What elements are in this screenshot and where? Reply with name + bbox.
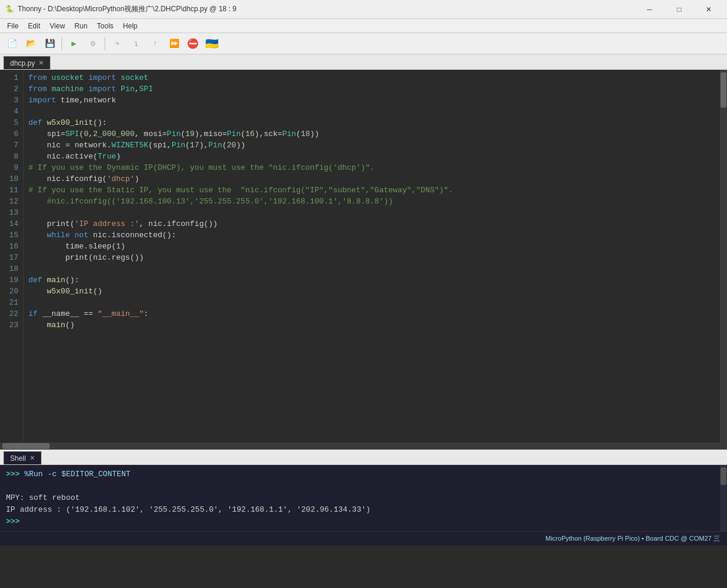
shell-line-active: >>>	[6, 516, 721, 528]
shell-prompt-active: >>>	[6, 517, 20, 526]
scroll-thumb-h[interactable]	[2, 443, 50, 449]
maximize-button[interactable]: □	[665, 0, 693, 19]
menu-run[interactable]: Run	[70, 21, 92, 31]
flag-button[interactable]: 🇺🇦	[203, 35, 220, 52]
menu-tools[interactable]: Tools	[92, 21, 118, 31]
step-over-button[interactable]: ↷	[109, 35, 125, 52]
shell-prompt-1: >>>	[6, 470, 24, 479]
menu-help[interactable]: Help	[118, 21, 143, 31]
open-button[interactable]: 📂	[22, 35, 39, 52]
run-button[interactable]: ▶	[66, 35, 82, 52]
step-out-button[interactable]: ↑	[147, 35, 163, 52]
title-text: Thonny - D:\Desktop\MicroPython视频推广\2.DH…	[18, 4, 636, 14]
status-text: MicroPython (Raspberry Pi Pico) • Board …	[545, 534, 720, 543]
toolbar: 📄 📂 💾 ▶ ⚙ ↷ ↴ ↑ ⏩ ⛔ 🇺🇦	[0, 33, 727, 54]
menu-edit[interactable]: Edit	[23, 21, 45, 31]
shell-content[interactable]: >>> %Run -c $EDITOR_CONTENT MPY: soft re…	[0, 465, 727, 531]
line-numbers: 12345 678910 1112131415 1617181920 21222…	[0, 70, 24, 442]
editor-tab-dhcp[interactable]: dhcp.py ✕	[4, 56, 50, 69]
scroll-thumb-v[interactable]	[720, 72, 726, 108]
shell-line-1: >>> %Run -c $EDITOR_CONTENT	[6, 469, 721, 480]
shell-tab-label: Shell	[10, 454, 26, 463]
code-editor[interactable]: from usocket import socket from machine …	[24, 70, 720, 442]
new-button[interactable]: 📄	[4, 35, 20, 52]
editor-horizontal-scrollbar[interactable]	[0, 442, 727, 450]
shell-output-2: IP address : ('192.168.1.102', '255.255.…	[6, 504, 721, 516]
window-controls: ─ □ ✕	[636, 0, 722, 19]
editor-tab-bar: dhcp.py ✕	[0, 54, 727, 70]
shell-tab[interactable]: Shell ✕	[4, 451, 41, 464]
menu-bar: File Edit View Run Tools Help	[0, 19, 727, 33]
app-icon: 🐍	[5, 5, 14, 14]
menu-file[interactable]: File	[2, 21, 23, 31]
save-button[interactable]: 💾	[41, 35, 58, 52]
toolbar-separator-2	[105, 37, 105, 50]
shell-command-1: %Run -c $EDITOR_CONTENT	[24, 470, 130, 479]
close-button[interactable]: ✕	[695, 0, 722, 19]
shell-output-1: MPY: soft reboot	[6, 492, 721, 504]
debug-button[interactable]: ⚙	[85, 35, 101, 52]
stop-button[interactable]: ⛔	[185, 35, 201, 52]
shell-tab-close-icon[interactable]: ✕	[30, 454, 35, 462]
tab-close-icon[interactable]: ✕	[38, 59, 44, 67]
menu-view[interactable]: View	[45, 21, 70, 31]
step-into-button[interactable]: ↴	[128, 35, 144, 52]
minimize-button[interactable]: ─	[636, 0, 663, 19]
toolbar-separator-1	[62, 37, 62, 50]
shell-tab-bar: Shell ✕	[0, 450, 727, 465]
status-bar: MicroPython (Raspberry Pi Pico) • Board …	[0, 531, 727, 545]
shell-line-2	[6, 480, 721, 492]
editor-area: 12345 678910 1112131415 1617181920 21222…	[0, 70, 727, 442]
shell-vertical-scrollbar[interactable]	[720, 465, 727, 531]
shell-scroll-thumb[interactable]	[720, 467, 726, 485]
tab-label: dhcp.py	[10, 59, 35, 67]
resume-button[interactable]: ⏩	[166, 35, 182, 52]
editor-vertical-scrollbar[interactable]	[720, 70, 727, 442]
title-bar: 🐍 Thonny - D:\Desktop\MicroPython视频推广\2.…	[0, 0, 727, 19]
